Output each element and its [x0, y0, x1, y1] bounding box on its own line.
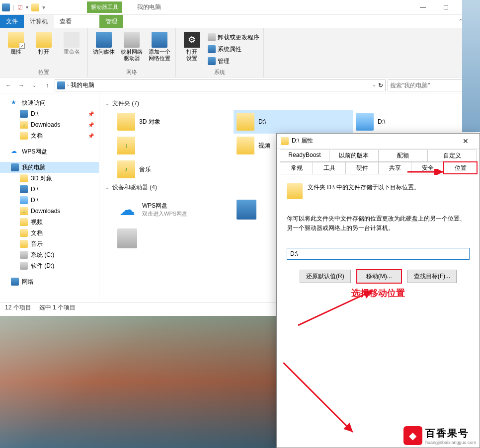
nav-fwd-button[interactable]: → [16, 80, 27, 91]
tab-previous-versions[interactable]: 以前的版本 [329, 149, 379, 161]
desktop-wallpaper-right [462, 0, 480, 132]
context-tab-label: 驱动器工具 [87, 1, 122, 13]
sidebar-item-d[interactable]: D:\📌 [0, 108, 99, 119]
restore-default-button[interactable]: 还原默认值(R) [300, 270, 351, 283]
folder-music[interactable]: ♪音乐 [114, 157, 234, 181]
watermark-url: huangjinbaixiangguo.com [425, 440, 476, 445]
group-label-location: 位置 [4, 68, 83, 76]
add-network-location-button[interactable]: 添加一个 网络位置 [148, 30, 171, 68]
tab-hardware[interactable]: 硬件 [345, 162, 379, 174]
dialog-title: D:\ 属性 [292, 137, 313, 145]
tab-view[interactable]: 查看 [54, 15, 78, 28]
tab-manage[interactable]: 管理 [99, 15, 123, 28]
ribbon: ✓属性 打开 重命名 位置 访问媒体 映射网络 驱动器 添加一个 网络位置 网络… [0, 28, 480, 77]
qat-chevron-icon[interactable]: ▾ [26, 4, 28, 10]
group-label-network: 网络 [92, 68, 171, 76]
properties-dialog: D:\ 属性 ✕ ReadyBoost 以前的版本 配额 自定义 常规 工具 硬… [276, 133, 480, 448]
watermark-logo-icon: ◆ [403, 426, 422, 445]
sidebar-item-docs[interactable]: 文档📌 [0, 130, 99, 141]
sidebar-item-softd[interactable]: 软件 (D:) [0, 260, 99, 271]
app-icon [2, 3, 10, 11]
location-help-text: 你可以将此文件夹中文件存储的位置更改为此硬盘上的另一个位置、另一个驱动器或网络上… [287, 214, 470, 233]
folder-downloads-partial[interactable] [114, 134, 234, 157]
target-path-input[interactable] [287, 248, 470, 260]
breadcrumb[interactable]: 我的电脑 [71, 81, 94, 89]
desktop-wallpaper [0, 316, 276, 448]
item-count: 12 个项目 [5, 303, 31, 312]
addr-dropdown-icon[interactable]: ⌄ [372, 82, 376, 89]
sidebar-item-wps[interactable]: ☁WPS网盘 [0, 146, 99, 157]
folder-d2[interactable]: D:\ [353, 110, 472, 134]
sidebar-item-d2[interactable]: D:\ [0, 184, 99, 195]
rename-button[interactable]: 重命名 [60, 30, 83, 68]
sidebar-item-docs2[interactable]: 文档 [0, 227, 99, 238]
tab-security[interactable]: 安全 [411, 162, 444, 174]
maximize-button[interactable]: ☐ [434, 0, 457, 15]
watermark: ◆ 百香果号 huangjinbaixiangguo.com [401, 425, 478, 446]
sidebar-item-sysc[interactable]: 系统 (C:) [0, 249, 99, 260]
tab-location[interactable]: 位置 [444, 162, 477, 174]
sidebar-item-network[interactable]: 网络 [0, 276, 99, 287]
properties-button[interactable]: ✓属性 [4, 30, 28, 68]
annotation-text: 选择移动位置 [287, 287, 470, 299]
folder-icon [287, 183, 303, 199]
qat-checkbox-icon[interactable]: ☑ [17, 4, 23, 11]
dialog-close-button[interactable]: ✕ [456, 137, 476, 145]
access-media-button[interactable]: 访问媒体 [92, 30, 116, 68]
refresh-icon[interactable]: ↻ [378, 82, 383, 89]
search-input[interactable] [390, 82, 467, 89]
sidebar-item-music[interactable]: 音乐 [0, 238, 99, 249]
window-title: 我的电脑 [137, 3, 161, 11]
tab-sharing[interactable]: 共享 [378, 162, 411, 174]
drive-wps[interactable]: ☁ WPS网盘双击进入WPS网盘 [114, 194, 234, 225]
selection-count: 选中 1 个项目 [39, 303, 76, 312]
find-target-button[interactable]: 查找目标(F)... [407, 270, 457, 283]
section-folders[interactable]: ⌄文件夹 (7) [99, 97, 480, 110]
drive-partial2[interactable] [114, 225, 234, 251]
tab-tools[interactable]: 工具 [313, 162, 346, 174]
ribbon-tabs: 文件 计算机 查看 管理 ⌃ ? [0, 15, 480, 28]
pin-icon: 📌 [88, 111, 94, 117]
nav-tree[interactable]: ★快速访问 D:\📌 Downloads📌 文档📌 ☁WPS网盘 我的电脑 3D… [0, 93, 99, 302]
folder-3d[interactable]: 3D 对象 [114, 110, 234, 134]
nav-history-dropdown[interactable]: ⌄ [29, 80, 40, 91]
sidebar-item-video[interactable]: 视频 [0, 217, 99, 227]
sidebar-item-downloads2[interactable]: Downloads [0, 206, 99, 217]
qat-separator: | [13, 4, 14, 11]
open-settings-button[interactable]: ⚙打开 设置 [180, 30, 204, 68]
qat-folder-icon[interactable] [31, 3, 39, 11]
sidebar-item-quick-access[interactable]: ★快速访问 [0, 97, 99, 108]
window-titlebar: | ☑ ▾ ▾ 驱动器工具 我的电脑 — ☐ ✕ [0, 0, 480, 15]
minimize-button[interactable]: — [411, 0, 434, 15]
location-description: 文件夹 D:\ 中的文件存储于以下目标位置。 [308, 183, 420, 192]
system-properties-button[interactable]: 系统属性 [208, 44, 259, 55]
tab-quota[interactable]: 配额 [378, 149, 428, 161]
tab-customize[interactable]: 自定义 [427, 149, 477, 161]
sidebar-item-3d[interactable]: 3D 对象 [0, 173, 99, 184]
sidebar-item-downloads[interactable]: Downloads📌 [0, 119, 99, 130]
map-drive-button[interactable]: 映射网络 驱动器 [120, 30, 144, 68]
tab-readyboost[interactable]: ReadyBoost [280, 149, 329, 161]
ribbon-group-location: ✓属性 打开 重命名 位置 [0, 28, 88, 77]
nav-up-button[interactable]: ↑ [42, 80, 53, 91]
nav-back-button[interactable]: ← [3, 80, 14, 91]
dialog-icon [281, 137, 289, 145]
address-box[interactable]: › 我的电脑 ⌄ ↻ [55, 79, 386, 91]
address-bar: ← → ⌄ ↑ › 我的电脑 ⌄ ↻ 🔍 [0, 77, 480, 93]
folder-d-selected[interactable]: D:\ [234, 110, 353, 134]
qat-overflow[interactable]: ▾ [42, 4, 45, 11]
manage-button[interactable]: 管理 [208, 56, 259, 67]
sidebar-item-thispc[interactable]: 我的电脑 [0, 162, 99, 173]
pin-icon: 📌 [88, 122, 94, 128]
move-button[interactable]: 移动(M)... [357, 270, 401, 283]
uninstall-button[interactable]: 卸载或更改程序 [208, 32, 259, 43]
tab-general[interactable]: 常规 [280, 162, 313, 174]
quick-access-toolbar: | ☑ ▾ ▾ [0, 3, 47, 11]
dialog-titlebar[interactable]: D:\ 属性 ✕ [277, 134, 480, 149]
tab-computer[interactable]: 计算机 [24, 15, 54, 28]
chevron-right-icon[interactable]: › [67, 82, 69, 88]
open-button[interactable]: 打开 [32, 30, 56, 68]
tab-file[interactable]: 文件 [0, 15, 24, 28]
sidebar-item-d3[interactable]: D:\ [0, 195, 99, 206]
computer-icon [57, 81, 65, 89]
